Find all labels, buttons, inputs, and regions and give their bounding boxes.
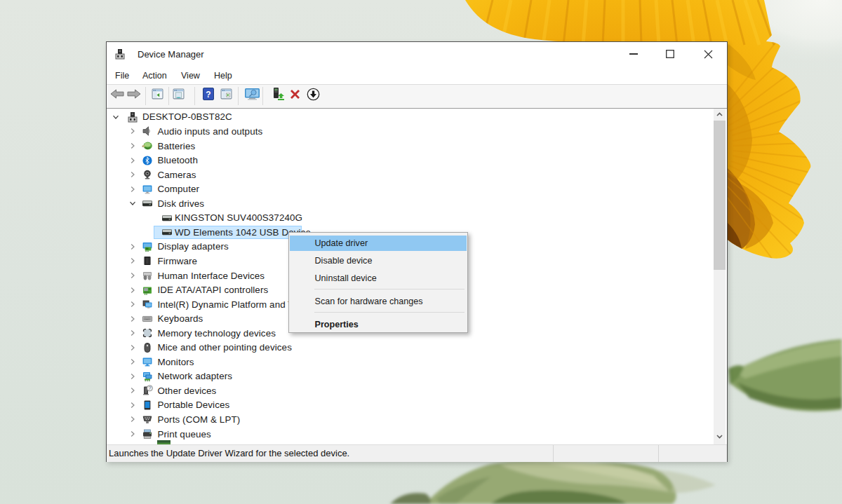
svg-text:?: ? [148,386,151,391]
svg-text:?: ? [206,90,210,100]
